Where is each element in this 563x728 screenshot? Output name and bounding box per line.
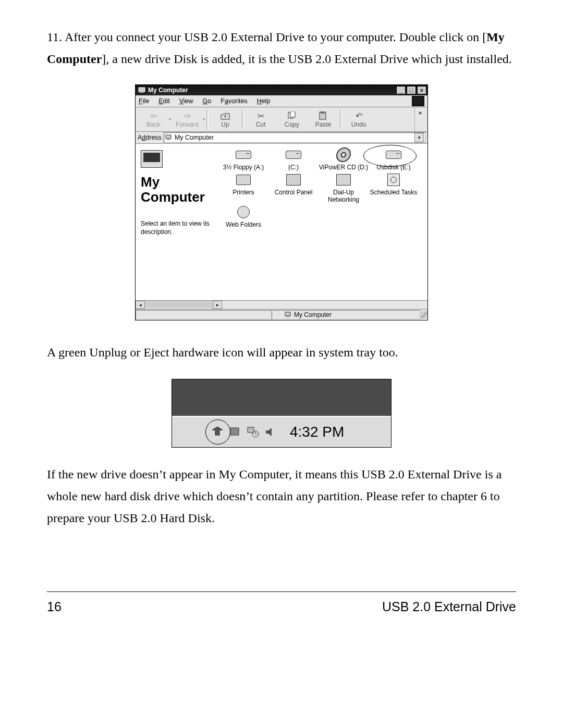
side-title-1: My <box>141 174 211 190</box>
drive-icon[interactable]: Printers <box>218 173 268 203</box>
cd-icon <box>335 148 352 162</box>
menu-file[interactable]: File <box>139 97 149 105</box>
cut-button[interactable]: ✂Cut <box>245 108 276 130</box>
tray-clock[interactable]: 4:32 PM <box>290 424 344 440</box>
titlebar[interactable]: My Computer _ □ × <box>136 85 427 95</box>
svg-rect-12 <box>248 427 254 433</box>
addressbar: Address My Computer ▾ <box>136 132 427 144</box>
side-pane: My Computer Select an item to view its d… <box>136 144 216 300</box>
resize-grip[interactable] <box>420 311 427 318</box>
address-dropdown[interactable]: ▾ <box>414 133 424 142</box>
step-number: 11. <box>47 26 65 48</box>
computer-icon <box>285 312 292 318</box>
step-text-a: After you connect your USB 2.0 External … <box>65 30 486 44</box>
scroll-right-button[interactable]: ▸ <box>213 301 222 309</box>
forward-button[interactable]: ⇨Forward <box>172 108 203 130</box>
icon-label: Control Panel <box>275 189 313 196</box>
svg-rect-0 <box>139 88 145 92</box>
menu-help[interactable]: Help <box>257 97 271 105</box>
icon-label: Usbdisk (E:) <box>376 164 410 171</box>
side-description: Select an item to view its description. <box>141 220 211 236</box>
drive-icon[interactable]: Scheduled Tasks <box>369 173 419 203</box>
statusbar: My Computer <box>136 309 427 320</box>
paste-button[interactable]: Paste <box>308 108 339 130</box>
printer-icon <box>235 173 252 187</box>
menubar: File Edit View Go Favorites Help <box>136 95 427 107</box>
computer-icon <box>165 134 173 141</box>
menu-favorites[interactable]: Favorites <box>221 97 247 105</box>
back-button[interactable]: ⇦Back <box>138 108 169 130</box>
volume-icon[interactable] <box>262 424 279 440</box>
footer-title: USB 2.0 External Drive <box>382 599 516 614</box>
computer-large-icon <box>141 150 163 168</box>
icon-label: Scheduled Tasks <box>370 189 418 196</box>
taskbar-tray: 4:32 PM <box>172 416 391 447</box>
step-text-b: ], a new drive Disk is added, it is the … <box>102 52 512 66</box>
icon-label: Web Folders <box>226 221 261 228</box>
drive-icon <box>285 148 302 162</box>
window-title: My Computer <box>148 87 188 94</box>
system-tray-figure: 4:32 PM <box>172 379 391 448</box>
drive-icon <box>235 148 252 162</box>
status-text: My Computer <box>294 311 332 318</box>
drive-icon[interactable]: Dial-Up Networking <box>319 173 369 203</box>
svg-rect-8 <box>285 312 290 316</box>
sched-icon <box>385 173 402 187</box>
svg-rect-9 <box>286 316 289 317</box>
drive-icon[interactable]: 3½ Floppy (A:) <box>218 148 268 171</box>
content-area: My Computer Select an item to view its d… <box>136 144 427 300</box>
copy-button[interactable]: Copy <box>276 108 308 130</box>
folder-icon <box>285 173 302 187</box>
note-paragraph: If the new drive doesn’t appear in My Co… <box>47 463 516 529</box>
svg-rect-7 <box>167 139 170 140</box>
address-label: Address <box>138 134 162 141</box>
undo-button[interactable]: ↶Undo <box>343 108 374 130</box>
icon-label: Dial-Up Networking <box>319 189 369 203</box>
footer-divider <box>47 591 516 592</box>
my-computer-window: My Computer _ □ × File Edit View Go Favo… <box>135 84 428 320</box>
icon-label: (C:) <box>288 164 299 171</box>
h-scrollbar[interactable]: ◂ ▸ <box>136 300 427 309</box>
icon-pane: 3½ Floppy (A:)(C:)ViPowER CD (D:)Usbdisk… <box>216 144 427 300</box>
icon-label: ViPowER CD (D:) <box>319 164 368 171</box>
address-field[interactable]: My Computer ▾ <box>164 132 425 143</box>
page-footer: 16 USB 2.0 External Drive <box>47 599 516 614</box>
svg-rect-3 <box>290 112 295 117</box>
svg-rect-5 <box>321 112 324 113</box>
dial-icon <box>335 173 352 187</box>
tray-icon-2[interactable] <box>226 424 244 440</box>
drive-icon <box>385 148 402 162</box>
maximize-button[interactable]: □ <box>407 86 416 94</box>
drive-icon[interactable]: Usbdisk (E:) <box>369 148 419 171</box>
close-button[interactable]: × <box>417 86 426 94</box>
computer-icon <box>138 87 146 94</box>
page-number: 16 <box>47 599 62 614</box>
svg-rect-1 <box>140 92 143 93</box>
svg-rect-10 <box>230 428 239 435</box>
eject-hardware-icon[interactable] <box>209 424 226 440</box>
scroll-left-button[interactable]: ◂ <box>136 301 145 309</box>
menu-logo <box>412 96 424 106</box>
drive-icon[interactable]: ViPowER CD (D:) <box>319 148 369 171</box>
icon-label: Printers <box>232 189 254 196</box>
minimize-button[interactable]: _ <box>396 86 406 94</box>
side-title-2: Computer <box>141 189 211 205</box>
drive-icon[interactable]: (C:) <box>268 148 319 171</box>
toolbar-overflow[interactable]: » <box>414 107 425 131</box>
toolbar: ⇦Back ▾ ⇨Forward ▾ Up ✂Cut Copy Paste ↶U… <box>136 107 427 132</box>
address-value: My Computer <box>175 134 214 141</box>
up-button[interactable]: Up <box>210 108 241 130</box>
tray-icon-3[interactable] <box>244 424 262 440</box>
globe-icon <box>235 205 252 219</box>
step-paragraph: 11.After you connect your USB 2.0 Extern… <box>47 26 516 70</box>
tray-paragraph: A green Unplug or Eject hardware icon wi… <box>47 341 516 363</box>
menu-view[interactable]: View <box>179 97 193 105</box>
svg-rect-6 <box>166 135 171 139</box>
drive-icon[interactable]: Web Folders <box>218 205 268 228</box>
icon-label: 3½ Floppy (A:) <box>223 164 264 171</box>
drive-icon[interactable]: Control Panel <box>268 173 319 203</box>
menu-go[interactable]: Go <box>203 97 212 105</box>
menu-edit[interactable]: Edit <box>158 97 170 105</box>
